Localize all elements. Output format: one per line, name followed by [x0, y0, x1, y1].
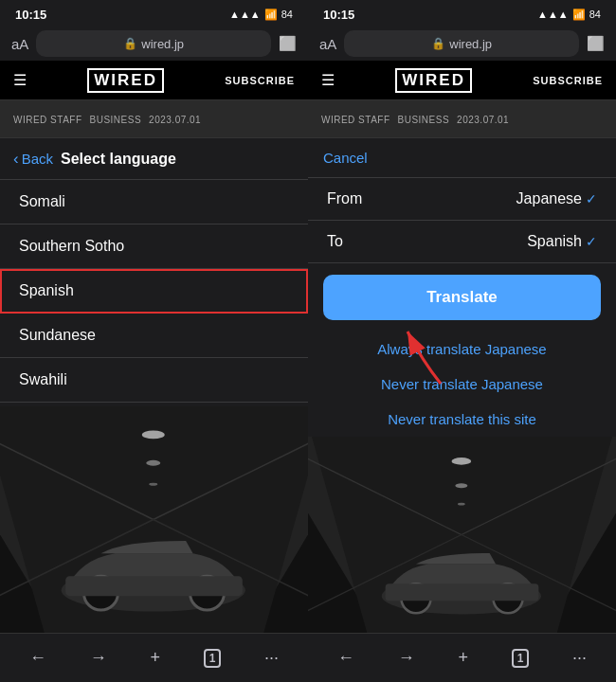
- battery-icon: 84: [281, 9, 293, 20]
- url-text-right: wired.jp: [449, 37, 492, 51]
- to-value: Spanish ✓: [527, 233, 597, 250]
- wifi-icon-right: 📶: [572, 9, 586, 21]
- svg-rect-13: [65, 576, 243, 596]
- article-meta2-right: BUSINESS: [398, 115, 450, 125]
- wired-nav-right: ☰ WIRED SUBSCRIBE: [308, 61, 616, 100]
- status-icons-right: ▲▲▲ 📶 84: [537, 9, 601, 21]
- language-list: Somali Southern Sotho Spanish Sundanese …: [0, 180, 308, 406]
- svg-point-24: [458, 503, 465, 506]
- address-bar-right: aA 🔒 wired.jp ⬜: [308, 27, 616, 61]
- to-checkmark: ✓: [586, 234, 597, 249]
- lang-item-somali[interactable]: Somali: [0, 180, 308, 224]
- lang-label-swahili: Swahili: [19, 371, 67, 388]
- status-icons-left: ▲▲▲ 📶 84: [229, 9, 293, 21]
- lang-item-swahili[interactable]: Swahili: [0, 358, 308, 403]
- always-translate-action[interactable]: Always translate Japanese: [308, 332, 616, 367]
- nav-add-left[interactable]: +: [142, 640, 168, 675]
- svg-point-22: [452, 458, 472, 465]
- translate-btn-container: Translate: [308, 263, 616, 332]
- back-button[interactable]: ‹ Back: [13, 150, 53, 169]
- aA-icon-right: aA: [319, 36, 336, 52]
- to-label: To: [327, 233, 343, 250]
- nav-tabs-right[interactable]: 1: [504, 641, 537, 675]
- signal-icon: ▲▲▲: [229, 9, 261, 20]
- article-stub-left: WIRED STAFF BUSINESS 2023.07.01: [0, 100, 308, 138]
- translate-button[interactable]: Translate: [323, 275, 601, 320]
- share-icon-left[interactable]: ⬜: [279, 35, 297, 52]
- from-checkmark: ✓: [586, 191, 597, 206]
- article-meta3-right: 2023.07.01: [457, 115, 509, 125]
- lang-label-southern-sotho: Southern Sotho: [19, 238, 124, 255]
- right-phone-panel: 10:15 ▲▲▲ 📶 84 aA 🔒 wired.jp ⬜ ☰ WIRED S…: [308, 0, 616, 682]
- cancel-button[interactable]: Cancel: [323, 150, 368, 166]
- nav-forward-right[interactable]: →: [390, 640, 423, 675]
- tunnel-visual-right: [308, 437, 616, 633]
- tunnel-visual-left: [0, 406, 308, 633]
- lang-label-sundanese: Sundanese: [19, 327, 96, 344]
- back-chevron-icon: ‹: [13, 150, 19, 169]
- nav-back-right[interactable]: ←: [330, 640, 362, 675]
- wired-logo-left: WIRED: [87, 68, 164, 93]
- bottom-nav-left: ← → + 1 ···: [0, 633, 308, 682]
- signal-icon-right: ▲▲▲: [537, 9, 569, 20]
- nav-forward-left[interactable]: →: [82, 640, 115, 675]
- lang-item-southern-sotho[interactable]: Southern Sotho: [0, 224, 308, 269]
- address-pill-left[interactable]: 🔒 wired.jp: [36, 30, 271, 57]
- bottom-nav-right: ← → + 1 ···: [308, 633, 616, 682]
- share-icon-right[interactable]: ⬜: [587, 35, 605, 52]
- never-translate-site-action[interactable]: Never translate this site: [308, 402, 616, 437]
- address-pill-right[interactable]: 🔒 wired.jp: [344, 30, 579, 57]
- hamburger-icon-left[interactable]: ☰: [13, 71, 27, 89]
- never-translate-lang-action[interactable]: Never translate Japanese: [308, 367, 616, 402]
- status-bar-left: 10:15 ▲▲▲ 📶 84: [0, 0, 308, 27]
- from-label: From: [327, 190, 362, 207]
- svg-point-8: [146, 460, 160, 466]
- battery-icon-right: 84: [589, 9, 601, 20]
- nav-tabs-left[interactable]: 1: [196, 641, 229, 675]
- lock-icon-left: 🔒: [123, 37, 137, 50]
- hamburger-icon-right[interactable]: ☰: [321, 71, 335, 89]
- nav-more-right[interactable]: ···: [565, 640, 594, 675]
- svg-point-9: [149, 483, 157, 486]
- svg-point-7: [142, 430, 165, 439]
- select-language-title: Select language: [61, 151, 176, 168]
- svg-rect-28: [386, 583, 539, 601]
- wifi-icon: 📶: [264, 9, 278, 21]
- subscribe-text-right[interactable]: SUBSCRIBE: [533, 75, 603, 86]
- article-stub-right: WIRED STAFF BUSINESS 2023.07.01: [308, 100, 616, 138]
- status-time-left: 10:15: [15, 8, 46, 22]
- article-meta1-left: WIRED STAFF: [13, 115, 82, 125]
- svg-point-23: [455, 483, 467, 488]
- status-time-right: 10:15: [323, 8, 354, 22]
- lang-label-spanish: Spanish: [19, 282, 74, 299]
- from-value: Japanese ✓: [516, 190, 597, 207]
- wired-nav-left: ☰ WIRED SUBSCRIBE: [0, 61, 308, 100]
- from-row: From Japanese ✓: [308, 178, 616, 221]
- url-text-left: wired.jp: [141, 37, 184, 51]
- nav-more-left[interactable]: ···: [257, 640, 286, 675]
- lock-icon-right: 🔒: [431, 37, 445, 50]
- lang-header: ‹ Back Select language: [0, 138, 308, 180]
- nav-add-right[interactable]: +: [450, 640, 476, 675]
- lang-item-sundanese[interactable]: Sundanese: [0, 314, 308, 358]
- address-bar-left: aA 🔒 wired.jp ⬜: [0, 27, 308, 61]
- translate-sheet: Cancel From Japanese ✓ To Spanish ✓ Tran…: [308, 138, 616, 437]
- wired-logo-right: WIRED: [395, 68, 472, 93]
- subscribe-text-left[interactable]: SUBSCRIBE: [225, 75, 295, 86]
- lang-label-somali: Somali: [19, 193, 65, 210]
- aA-icon-left: aA: [11, 36, 28, 52]
- back-label: Back: [22, 151, 53, 167]
- status-bar-right: 10:15 ▲▲▲ 📶 84: [308, 0, 616, 27]
- sheet-header: Cancel: [308, 138, 616, 178]
- lang-item-spanish[interactable]: Spanish: [0, 269, 308, 314]
- left-phone-panel: 10:15 ▲▲▲ 📶 84 aA 🔒 wired.jp ⬜ ☰ WIRED S…: [0, 0, 308, 682]
- article-meta3-left: 2023.07.01: [149, 115, 201, 125]
- article-image-right: [308, 437, 616, 633]
- nav-back-left[interactable]: ←: [22, 640, 54, 675]
- to-row: To Spanish ✓: [308, 221, 616, 263]
- article-meta1-right: WIRED STAFF: [321, 115, 390, 125]
- article-image-left: [0, 406, 308, 633]
- article-meta2-left: BUSINESS: [90, 115, 142, 125]
